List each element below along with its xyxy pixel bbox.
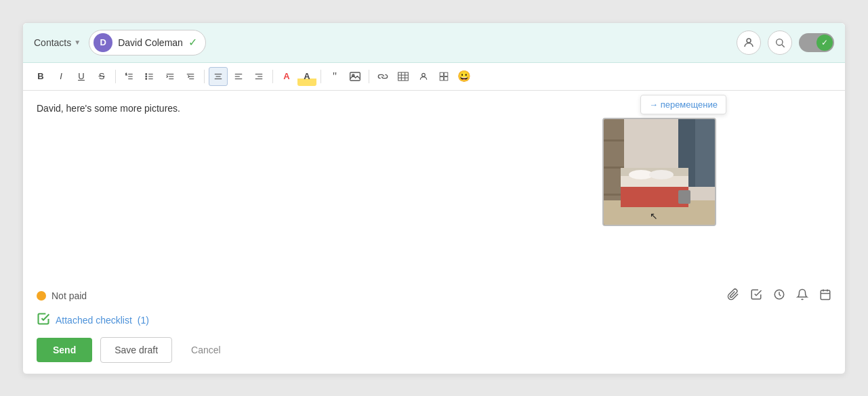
svg-rect-45 — [604, 139, 624, 141]
send-button[interactable]: Send — [37, 338, 92, 362]
status-row: Not paid — [37, 288, 831, 304]
italic-button[interactable]: I — [51, 67, 70, 86]
formatting-toolbar: B I U S 1 A A " — [23, 63, 845, 91]
font-color-button[interactable]: A — [277, 67, 296, 86]
save-draft-button[interactable]: Save draft — [100, 337, 172, 363]
svg-point-10 — [146, 73, 147, 74]
cancel-button[interactable]: Cancel — [180, 338, 232, 362]
bottom-area: Not paid — [23, 282, 845, 374]
svg-rect-39 — [445, 76, 448, 80]
checklist-check-icon — [37, 312, 50, 329]
svg-point-0 — [747, 39, 751, 43]
attachment-icon[interactable] — [727, 288, 739, 304]
toolbar-separator-2 — [204, 70, 205, 83]
editor-area[interactable]: David, here's some more pictures. — [23, 91, 845, 282]
status-label: Not paid — [51, 290, 87, 301]
header-right: ✓ — [737, 30, 834, 55]
checklist-row: Attached checklist (1) — [37, 312, 831, 329]
svg-text:1: 1 — [125, 72, 127, 75]
insert-image-button[interactable] — [346, 67, 365, 86]
status-dot-icon — [37, 291, 46, 301]
align-center-button[interactable] — [209, 67, 228, 86]
underline-button[interactable]: U — [72, 67, 91, 86]
recipient-name: David Coleman — [118, 37, 183, 48]
bell-icon[interactable] — [796, 288, 808, 304]
action-icons — [727, 288, 831, 304]
calendar-icon[interactable] — [819, 288, 831, 304]
svg-rect-28 — [350, 72, 360, 81]
checklist-count: (1) — [138, 315, 149, 326]
table-button[interactable] — [394, 67, 413, 86]
toolbar-separator-5 — [369, 70, 369, 83]
blockquote-button[interactable]: " — [325, 67, 344, 86]
user-icon-button[interactable] — [737, 30, 761, 55]
checklist-action-icon[interactable] — [750, 288, 762, 304]
svg-rect-57 — [821, 290, 830, 300]
svg-point-1 — [777, 39, 783, 45]
svg-point-52 — [649, 170, 674, 179]
toggle-knob: ✓ — [817, 35, 833, 51]
toolbar-separator-3 — [272, 70, 273, 83]
email-composer: Contacts ▼ D David Coleman ✓ — [22, 22, 846, 374]
svg-rect-43 — [695, 119, 716, 187]
recipient-chip[interactable]: D David Coleman ✓ — [89, 30, 206, 56]
avatar: D — [94, 33, 112, 52]
emoji-button[interactable]: 😀 — [455, 67, 474, 86]
contact-button[interactable] — [414, 67, 433, 86]
toggle-switch[interactable]: ✓ — [799, 33, 834, 52]
svg-rect-38 — [440, 76, 443, 80]
svg-rect-54 — [678, 190, 690, 204]
confirm-icon: ✓ — [188, 36, 197, 49]
outdent-button[interactable] — [161, 67, 180, 86]
ordered-list-button[interactable]: 1 — [120, 67, 139, 86]
bedroom-image[interactable]: ↖ — [602, 118, 716, 226]
align-left-button[interactable] — [229, 67, 248, 86]
toolbar-separator-4 — [321, 70, 321, 83]
bg-color-button[interactable]: A — [297, 67, 316, 86]
header-left: Contacts ▼ D David Coleman ✓ — [34, 30, 206, 56]
svg-rect-30 — [398, 72, 409, 81]
link-button[interactable] — [373, 67, 392, 86]
svg-rect-37 — [445, 72, 448, 76]
search-icon-button[interactable] — [768, 30, 792, 55]
history-icon[interactable] — [773, 288, 785, 304]
bold-button[interactable]: B — [31, 67, 50, 86]
svg-line-2 — [782, 45, 785, 47]
contacts-label: Contacts — [34, 37, 71, 48]
dropdown-arrow-icon: ▼ — [74, 39, 81, 46]
svg-rect-36 — [440, 72, 443, 76]
tooltip-text: перемещение — [661, 100, 718, 110]
svg-point-12 — [146, 78, 147, 79]
tooltip: → перемещение — [640, 95, 726, 114]
align-right-button[interactable] — [249, 67, 268, 86]
svg-point-35 — [422, 73, 426, 76]
svg-text:↖: ↖ — [650, 211, 658, 221]
checklist-link[interactable]: Attached checklist — [56, 315, 132, 326]
svg-point-11 — [146, 76, 147, 77]
toolbar-separator-1 — [115, 70, 116, 83]
tooltip-arrow: → — [649, 100, 658, 110]
unordered-list-button[interactable] — [140, 67, 159, 86]
payment-status: Not paid — [37, 290, 87, 301]
indent-button[interactable] — [181, 67, 200, 86]
header-bar: Contacts ▼ D David Coleman ✓ — [23, 23, 845, 63]
contacts-dropdown[interactable]: Contacts ▼ — [34, 37, 81, 48]
widget-button[interactable] — [434, 67, 453, 86]
strikethrough-button[interactable]: S — [92, 67, 111, 86]
button-row: Send Save draft Cancel — [37, 337, 831, 363]
